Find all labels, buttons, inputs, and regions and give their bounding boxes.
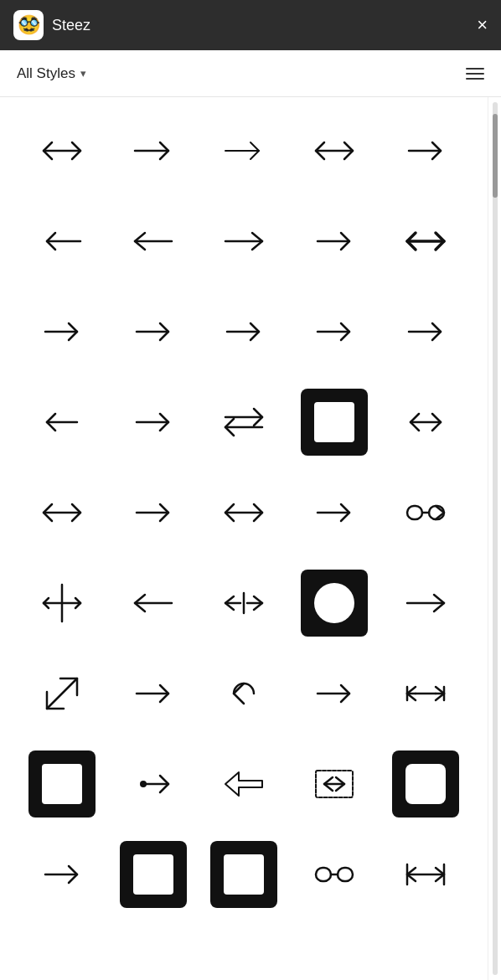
arrow-right-2-icon[interactable] <box>392 117 459 184</box>
arrow-left-right-5-icon[interactable] <box>210 479 277 546</box>
arrow-right-10-icon[interactable] <box>120 479 187 546</box>
svg-rect-68 <box>338 868 353 881</box>
arrow-left-right-4-icon[interactable] <box>28 479 96 546</box>
app-icon: 🥸 <box>13 10 44 40</box>
arrow-expand-h-2-icon[interactable] <box>392 841 459 908</box>
app-header-left: 🥸 Steez <box>13 10 90 40</box>
svg-rect-67 <box>316 868 331 881</box>
arrow-left-long-icon[interactable] <box>120 208 187 275</box>
arrows-diagonal-icon[interactable] <box>28 660 96 727</box>
icon-grid <box>0 97 488 980</box>
arrows-compress-h-icon[interactable] <box>210 570 277 637</box>
arrow-left-right-icon[interactable] <box>28 117 96 184</box>
icon-row <box>0 467 488 558</box>
icon-row <box>0 196 488 286</box>
arrow-left-outline-icon[interactable] <box>210 750 277 818</box>
arrow-right-6-icon[interactable] <box>210 298 277 365</box>
arrow-right-box-3-filled-icon[interactable] <box>120 841 187 908</box>
icon-row <box>0 286 488 377</box>
arrow-right-8-icon[interactable] <box>392 298 459 365</box>
arrows-swap-icon[interactable] <box>210 389 277 456</box>
app-header: 🥸 Steez × <box>0 0 501 50</box>
arrow-right-box-2-icon[interactable] <box>392 750 459 818</box>
arrow-right-thin-icon[interactable] <box>210 117 277 184</box>
arrow-right-circle-filled-icon[interactable] <box>301 570 368 637</box>
scrollbar[interactable] <box>488 97 501 980</box>
arrow-right-9-icon[interactable] <box>120 389 187 456</box>
styles-label: All Styles <box>17 65 75 82</box>
arrow-u-turn-icon[interactable] <box>210 660 277 727</box>
arrow-left-right-2-icon[interactable] <box>301 117 368 184</box>
toolbar: All Styles ▾ <box>0 50 501 97</box>
app-title: Steez <box>52 17 90 34</box>
styles-dropdown[interactable]: All Styles ▾ <box>17 65 86 82</box>
arrow-left-right-3-icon[interactable] <box>392 389 459 456</box>
icon-row <box>0 106 488 196</box>
arrow-right-3-icon[interactable] <box>301 208 368 275</box>
arrow-right-11-icon[interactable] <box>301 479 368 546</box>
content-area <box>0 97 501 980</box>
arrow-right-14-icon[interactable] <box>28 841 96 908</box>
arrow-chain-icon[interactable] <box>392 479 459 546</box>
arrow-left-long-2-icon[interactable] <box>120 570 187 637</box>
arrow-right-7-icon[interactable] <box>301 298 368 365</box>
arrow-right-5-icon[interactable] <box>120 298 187 365</box>
arrow-left-2-icon[interactable] <box>28 389 96 456</box>
arrow-left-right-bold-icon[interactable] <box>392 208 459 275</box>
icon-row <box>0 648 488 739</box>
arrow-right-4-icon[interactable] <box>28 298 96 365</box>
arrow-right-icon[interactable] <box>120 117 187 184</box>
arrow-right-13-icon[interactable] <box>301 660 368 727</box>
arrow-right-box-filled-2-icon[interactable] <box>28 750 96 818</box>
arrow-expand-h-icon[interactable] <box>301 750 368 818</box>
arrow-right-long-2-icon[interactable] <box>392 570 459 637</box>
arrow-right-box-filled-icon[interactable] <box>301 389 368 456</box>
menu-button[interactable] <box>466 68 484 80</box>
icon-row <box>0 829 488 920</box>
icon-row <box>0 558 488 648</box>
svg-marker-57 <box>225 772 262 796</box>
arrows-split-h-icon[interactable] <box>28 570 96 637</box>
icon-row <box>0 377 488 467</box>
arrow-right-12-icon[interactable] <box>120 660 187 727</box>
arrow-chain-2-icon[interactable] <box>301 841 368 908</box>
close-button[interactable]: × <box>477 16 488 34</box>
arrow-circle-o-icon[interactable] <box>120 750 187 818</box>
chevron-down-icon: ▾ <box>80 67 86 80</box>
svg-line-43 <box>47 678 77 709</box>
svg-rect-26 <box>407 506 422 519</box>
arrow-right-box-4-filled-icon[interactable] <box>210 841 277 908</box>
arrows-compress-v-icon[interactable] <box>392 660 459 727</box>
icon-row <box>0 739 488 829</box>
arrow-right-long-icon[interactable] <box>210 208 277 275</box>
arrow-left-icon[interactable] <box>28 208 96 275</box>
